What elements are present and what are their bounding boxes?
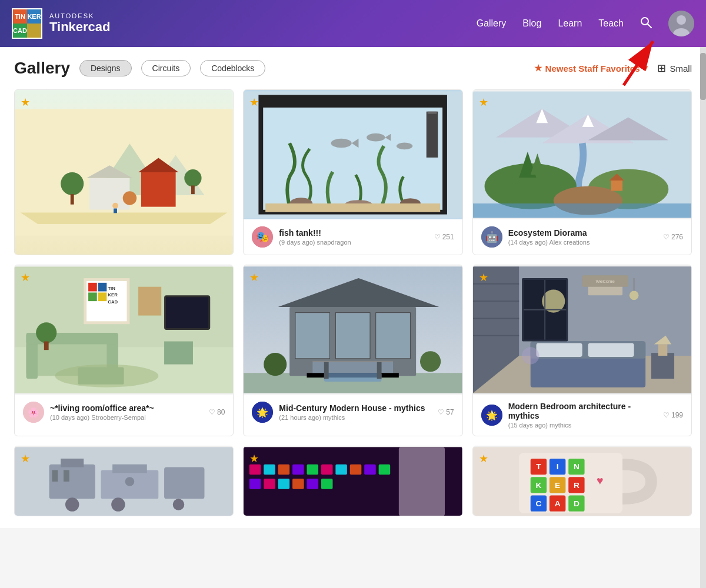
livingroom-scene-svg: TIN KER CAD — [15, 265, 233, 395]
svg-rect-18 — [191, 185, 195, 194]
svg-point-17 — [184, 169, 201, 186]
svg-text:I: I — [556, 462, 558, 471]
svg-text:🌟: 🌟 — [257, 407, 268, 418]
card-5-title: Mid-Century Modern House - mythics — [279, 403, 432, 413]
card-3-likes: ♡276 — [663, 233, 683, 241]
grid-icon: ⊞ — [657, 62, 666, 75]
svg-line-1 — [648, 24, 651, 28]
gallery-controls: ★ Newest Staff Favorites ▾ ⊞ Small — [534, 62, 692, 75]
svg-rect-52 — [611, 181, 622, 191]
card-2-star: ★ — [249, 96, 259, 109]
svg-point-19 — [112, 203, 118, 209]
card-7[interactable]: ★ — [14, 446, 234, 516]
svg-rect-89 — [376, 313, 411, 359]
svg-rect-112 — [651, 353, 674, 379]
card-3-meta: Ecosystem Diorama (14 days ago) Alex cre… — [508, 228, 657, 246]
svg-point-96 — [420, 351, 441, 372]
scrollbar-thumb[interactable] — [700, 53, 706, 100]
svg-rect-93 — [324, 362, 329, 379]
card-2-info: 🎭 fish tank!!! (9 days ago) snapdragon ♡… — [244, 219, 462, 255]
ecosystem-scene-svg — [473, 90, 691, 219]
card-6-star: ★ — [479, 271, 488, 284]
svg-rect-62 — [98, 283, 107, 292]
view-toggle[interactable]: ⊞ Small — [657, 62, 692, 75]
card-2[interactable]: ★ — [243, 89, 462, 255]
svg-point-15 — [61, 172, 84, 195]
logo-area[interactable]: TIN KER CAD AUTODESK Tinkercad — [12, 8, 111, 39]
house-scene-svg — [244, 265, 462, 395]
card-6-meta: Modern Bedroom architecture - mythics (1… — [508, 402, 657, 429]
card-5-sub: (21 hours ago) mythics — [279, 414, 432, 421]
card-2-image: ★ — [244, 90, 462, 219]
card-5-image: ★ — [244, 265, 462, 395]
svg-rect-16 — [71, 194, 74, 205]
fishtank-scene-svg — [244, 90, 462, 219]
product-name: Tinkercad — [49, 19, 111, 35]
nav-blog[interactable]: Blog — [522, 18, 541, 29]
svg-rect-75 — [164, 342, 193, 365]
svg-text:K: K — [535, 481, 541, 490]
card-8[interactable]: ★ — [243, 446, 462, 516]
card-6-info: 🌟 Modern Bedroom architecture - mythics … — [473, 395, 691, 436]
nav-teach[interactable]: Teach — [598, 18, 624, 29]
avatar-icon — [668, 11, 694, 36]
svg-rect-20 — [114, 209, 117, 213]
card-1[interactable]: ★ — [14, 89, 234, 255]
card-8-image: ★ — [244, 446, 462, 516]
svg-rect-94 — [377, 362, 382, 379]
svg-rect-11 — [141, 172, 176, 207]
staff-favorites-sort[interactable]: ★ Newest Staff Favorites ▾ — [534, 63, 648, 74]
svg-point-3 — [677, 15, 686, 25]
card-6-title: Modern Bedroom architecture - mythics — [508, 402, 657, 420]
filter-designs[interactable]: Designs — [79, 60, 132, 76]
card-2-avatar: 🎭 — [252, 226, 273, 248]
svg-point-0 — [641, 18, 648, 25]
card-6[interactable]: ★ — [472, 265, 692, 436]
card-3-image: ★ — [473, 90, 691, 219]
svg-rect-13 — [89, 178, 129, 210]
nav-gallery[interactable]: Gallery — [477, 18, 507, 29]
card-5[interactable]: ★ — [243, 265, 462, 436]
svg-text:C: C — [535, 499, 541, 508]
card-4-meta: ~*living room/office area*~ (10 days ago… — [50, 403, 203, 421]
svg-rect-130 — [61, 459, 84, 467]
svg-point-136 — [173, 499, 185, 510]
filter-codeblocks[interactable]: Codeblocks — [200, 60, 265, 76]
svg-rect-87 — [295, 313, 330, 359]
cards-grid: ★ — [14, 89, 692, 516]
card-4[interactable]: ★ TIN KER CAD — [14, 265, 234, 436]
svg-point-30 — [367, 133, 385, 142]
card-3[interactable]: ★ — [472, 89, 692, 255]
sort-label: Newest Staff Favorites — [545, 64, 640, 74]
mug-scene-svg: T I N K E R C A — [473, 446, 691, 516]
svg-rect-138 — [64, 470, 69, 482]
svg-rect-36 — [265, 203, 440, 212]
card-6-likes: ♡199 — [663, 411, 683, 419]
star-icon: ★ — [534, 63, 542, 74]
svg-text:CAD: CAD — [108, 299, 118, 305]
card-1-image: ★ — [15, 90, 233, 255]
user-avatar[interactable] — [668, 11, 694, 36]
svg-point-125 — [522, 347, 539, 364]
filter-circuits[interactable]: Circuits — [141, 60, 191, 76]
svg-point-95 — [264, 353, 287, 376]
search-button[interactable] — [640, 16, 652, 31]
svg-text:🌟: 🌟 — [486, 410, 498, 421]
svg-text:TIN: TIN — [108, 286, 115, 291]
svg-text:🌸: 🌸 — [28, 407, 39, 418]
card-7-star: ★ — [21, 452, 30, 465]
svg-text:N: N — [574, 462, 580, 471]
svg-marker-8 — [21, 212, 228, 224]
card-5-meta: Mid-Century Modern House - mythics (21 h… — [279, 403, 432, 421]
card-4-star: ★ — [21, 271, 30, 284]
view-label: Small — [670, 64, 692, 74]
svg-point-134 — [65, 497, 79, 511]
scrollbar[interactable] — [700, 47, 706, 588]
svg-text:KER: KER — [108, 292, 118, 298]
svg-text:T: T — [536, 462, 541, 471]
logo-text: AUTODESK Tinkercad — [49, 12, 111, 35]
card-9[interactable]: ★ T I N K — [472, 446, 692, 516]
nav-learn[interactable]: Learn — [558, 18, 582, 29]
tinkercad-logo: TIN KER CAD — [12, 8, 42, 39]
svg-rect-38 — [428, 112, 437, 114]
